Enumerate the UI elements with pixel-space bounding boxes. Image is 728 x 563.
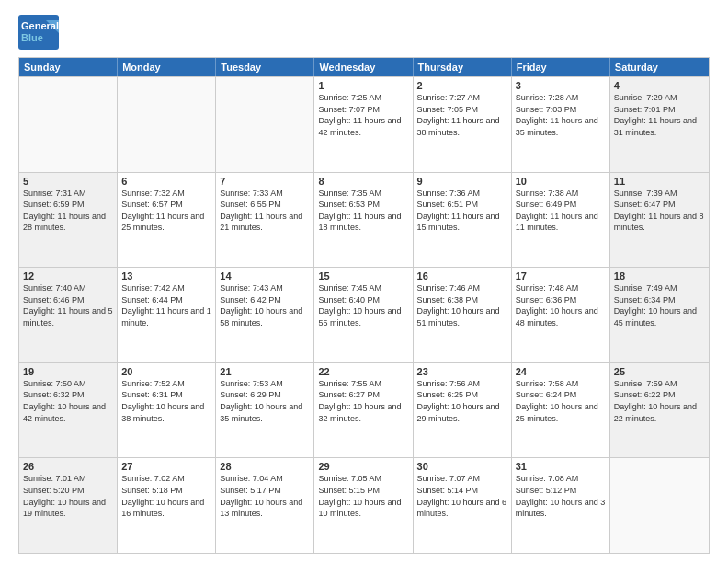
day-number: 5	[23, 176, 113, 187]
header-day-sunday: Sunday	[19, 58, 118, 76]
header-day-saturday: Saturday	[610, 58, 709, 76]
calendar-cell	[118, 77, 216, 172]
calendar-cell: 22Sunrise: 7:55 AM Sunset: 6:27 PM Dayli…	[314, 363, 413, 458]
calendar-body: 1Sunrise: 7:25 AM Sunset: 7:07 PM Daylig…	[19, 76, 709, 553]
day-number: 20	[121, 366, 211, 377]
calendar-row-4: 19Sunrise: 7:50 AM Sunset: 6:32 PM Dayli…	[19, 362, 709, 458]
day-detail: Sunrise: 7:36 AM Sunset: 6:51 PM Dayligh…	[417, 188, 507, 234]
svg-text:General: General	[21, 20, 59, 31]
calendar-cell: 19Sunrise: 7:50 AM Sunset: 6:32 PM Dayli…	[19, 363, 118, 458]
day-detail: Sunrise: 7:56 AM Sunset: 6:25 PM Dayligh…	[417, 378, 507, 424]
day-number: 27	[121, 461, 211, 472]
day-detail: Sunrise: 7:27 AM Sunset: 7:05 PM Dayligh…	[417, 92, 507, 138]
svg-text:Blue: Blue	[21, 32, 43, 43]
calendar: SundayMondayTuesdayWednesdayThursdayFrid…	[18, 57, 710, 554]
day-detail: Sunrise: 7:43 AM Sunset: 6:42 PM Dayligh…	[220, 282, 310, 328]
day-number: 15	[318, 270, 408, 282]
day-number: 2	[417, 80, 507, 91]
calendar-cell: 10Sunrise: 7:38 AM Sunset: 6:49 PM Dayli…	[512, 173, 610, 268]
logo: General Blue	[18, 15, 59, 50]
calendar-cell: 21Sunrise: 7:53 AM Sunset: 6:29 PM Dayli…	[216, 363, 314, 458]
header: General Blue	[18, 15, 710, 50]
calendar-cell: 29Sunrise: 7:05 AM Sunset: 5:15 PM Dayli…	[314, 458, 413, 553]
day-detail: Sunrise: 7:45 AM Sunset: 6:40 PM Dayligh…	[318, 282, 408, 328]
calendar-cell: 7Sunrise: 7:33 AM Sunset: 6:55 PM Daylig…	[216, 173, 314, 268]
day-number: 23	[417, 366, 507, 377]
header-day-tuesday: Tuesday	[216, 58, 314, 76]
day-number: 10	[516, 176, 606, 187]
day-number: 13	[121, 270, 211, 282]
general-blue-icon: General Blue	[18, 15, 59, 50]
calendar-cell: 11Sunrise: 7:39 AM Sunset: 6:47 PM Dayli…	[610, 173, 709, 268]
calendar-cell: 20Sunrise: 7:52 AM Sunset: 6:31 PM Dayli…	[118, 363, 216, 458]
calendar-cell: 30Sunrise: 7:07 AM Sunset: 5:14 PM Dayli…	[414, 458, 512, 553]
day-detail: Sunrise: 7:49 AM Sunset: 6:34 PM Dayligh…	[614, 282, 705, 328]
day-number: 4	[614, 80, 705, 91]
day-detail: Sunrise: 7:07 AM Sunset: 5:14 PM Dayligh…	[417, 473, 507, 519]
day-number: 18	[614, 270, 705, 282]
calendar-row-2: 5Sunrise: 7:31 AM Sunset: 6:59 PM Daylig…	[19, 172, 709, 268]
day-number: 30	[417, 461, 507, 472]
day-detail: Sunrise: 7:29 AM Sunset: 7:01 PM Dayligh…	[614, 92, 705, 138]
day-number: 9	[417, 176, 507, 187]
calendar-cell: 5Sunrise: 7:31 AM Sunset: 6:59 PM Daylig…	[19, 173, 118, 268]
day-detail: Sunrise: 7:02 AM Sunset: 5:18 PM Dayligh…	[121, 473, 211, 519]
day-number: 21	[220, 366, 310, 377]
day-detail: Sunrise: 7:28 AM Sunset: 7:03 PM Dayligh…	[516, 92, 606, 138]
calendar-cell: 9Sunrise: 7:36 AM Sunset: 6:51 PM Daylig…	[414, 173, 512, 268]
day-number: 14	[220, 270, 310, 282]
day-detail: Sunrise: 7:39 AM Sunset: 6:47 PM Dayligh…	[614, 188, 705, 234]
calendar-cell: 8Sunrise: 7:35 AM Sunset: 6:53 PM Daylig…	[314, 173, 413, 268]
day-detail: Sunrise: 7:53 AM Sunset: 6:29 PM Dayligh…	[220, 378, 310, 424]
header-day-monday: Monday	[118, 58, 216, 76]
page: General Blue SundayMondayTuesdayWednesda…	[0, 0, 728, 563]
day-number: 8	[318, 176, 408, 187]
day-number: 24	[516, 366, 606, 377]
calendar-cell: 31Sunrise: 7:08 AM Sunset: 5:12 PM Dayli…	[512, 458, 610, 553]
day-detail: Sunrise: 7:40 AM Sunset: 6:46 PM Dayligh…	[23, 282, 113, 328]
calendar-cell: 17Sunrise: 7:48 AM Sunset: 6:36 PM Dayli…	[512, 268, 610, 362]
day-detail: Sunrise: 7:32 AM Sunset: 6:57 PM Dayligh…	[121, 188, 211, 234]
calendar-cell: 18Sunrise: 7:49 AM Sunset: 6:34 PM Dayli…	[610, 268, 709, 362]
calendar-cell: 15Sunrise: 7:45 AM Sunset: 6:40 PM Dayli…	[314, 268, 413, 362]
day-number: 11	[614, 176, 705, 187]
header-day-thursday: Thursday	[414, 58, 512, 76]
calendar-cell: 14Sunrise: 7:43 AM Sunset: 6:42 PM Dayli…	[216, 268, 314, 362]
day-detail: Sunrise: 7:35 AM Sunset: 6:53 PM Dayligh…	[318, 188, 408, 234]
day-number: 22	[318, 366, 408, 377]
day-number: 1	[318, 80, 408, 91]
day-number: 12	[23, 270, 113, 282]
calendar-cell	[610, 458, 709, 553]
day-detail: Sunrise: 7:31 AM Sunset: 6:59 PM Dayligh…	[23, 188, 113, 234]
calendar-cell: 23Sunrise: 7:56 AM Sunset: 6:25 PM Dayli…	[414, 363, 512, 458]
day-number: 7	[220, 176, 310, 187]
calendar-cell: 28Sunrise: 7:04 AM Sunset: 5:17 PM Dayli…	[216, 458, 314, 553]
calendar-cell: 4Sunrise: 7:29 AM Sunset: 7:01 PM Daylig…	[610, 77, 709, 172]
header-day-friday: Friday	[512, 58, 610, 76]
header-day-wednesday: Wednesday	[314, 58, 413, 76]
calendar-cell	[19, 77, 118, 172]
day-detail: Sunrise: 7:38 AM Sunset: 6:49 PM Dayligh…	[516, 188, 606, 234]
day-number: 3	[516, 80, 606, 91]
calendar-cell: 24Sunrise: 7:58 AM Sunset: 6:24 PM Dayli…	[512, 363, 610, 458]
day-detail: Sunrise: 7:25 AM Sunset: 7:07 PM Dayligh…	[318, 92, 408, 138]
day-detail: Sunrise: 7:01 AM Sunset: 5:20 PM Dayligh…	[23, 473, 113, 519]
calendar-cell: 6Sunrise: 7:32 AM Sunset: 6:57 PM Daylig…	[118, 173, 216, 268]
calendar-cell: 1Sunrise: 7:25 AM Sunset: 7:07 PM Daylig…	[314, 77, 413, 172]
calendar-row-3: 12Sunrise: 7:40 AM Sunset: 6:46 PM Dayli…	[19, 267, 709, 362]
day-number: 29	[318, 461, 408, 472]
day-detail: Sunrise: 7:48 AM Sunset: 6:36 PM Dayligh…	[516, 282, 606, 328]
day-detail: Sunrise: 7:52 AM Sunset: 6:31 PM Dayligh…	[121, 378, 211, 424]
day-detail: Sunrise: 7:42 AM Sunset: 6:44 PM Dayligh…	[121, 282, 211, 328]
calendar-row-5: 26Sunrise: 7:01 AM Sunset: 5:20 PM Dayli…	[19, 457, 709, 553]
day-detail: Sunrise: 7:58 AM Sunset: 6:24 PM Dayligh…	[516, 378, 606, 424]
calendar-cell: 26Sunrise: 7:01 AM Sunset: 5:20 PM Dayli…	[19, 458, 118, 553]
day-number: 17	[516, 270, 606, 282]
calendar-cell: 27Sunrise: 7:02 AM Sunset: 5:18 PM Dayli…	[118, 458, 216, 553]
day-detail: Sunrise: 7:55 AM Sunset: 6:27 PM Dayligh…	[318, 378, 408, 424]
day-detail: Sunrise: 7:08 AM Sunset: 5:12 PM Dayligh…	[516, 473, 606, 519]
day-number: 28	[220, 461, 310, 472]
day-detail: Sunrise: 7:50 AM Sunset: 6:32 PM Dayligh…	[23, 378, 113, 424]
day-detail: Sunrise: 7:04 AM Sunset: 5:17 PM Dayligh…	[220, 473, 310, 519]
calendar-header: SundayMondayTuesdayWednesdayThursdayFrid…	[19, 58, 709, 76]
